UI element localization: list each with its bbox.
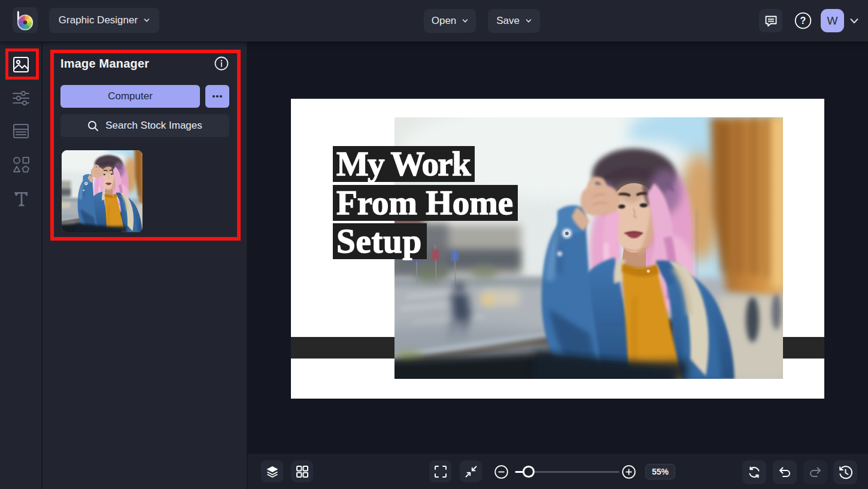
svg-text:?: ? (800, 16, 806, 26)
